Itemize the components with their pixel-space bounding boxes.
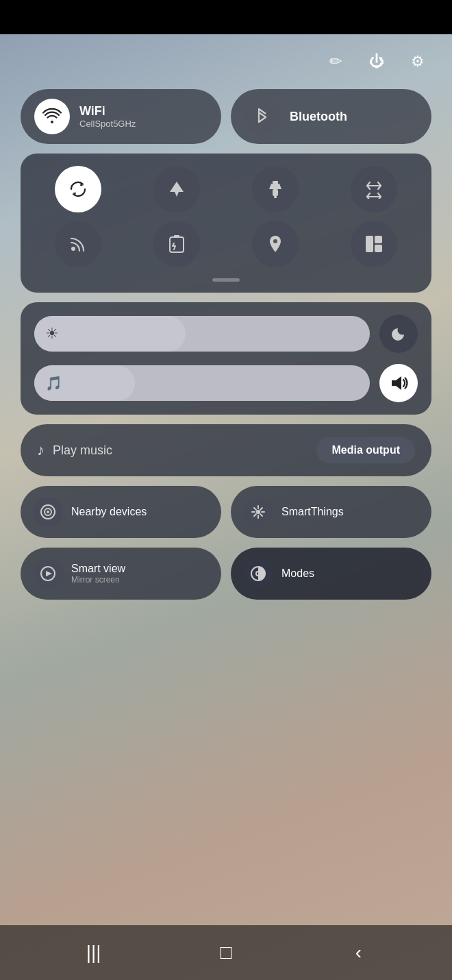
svg-line-22 — [260, 514, 262, 516]
smart-view-button[interactable]: Smart view Mirror screen — [21, 548, 221, 600]
svg-line-24 — [254, 514, 256, 516]
svg-marker-26 — [46, 571, 52, 576]
svg-rect-7 — [174, 235, 179, 238]
sliders-panel: ☀ 🎵 — [21, 302, 431, 415]
battery-saver-toggle[interactable] — [153, 221, 200, 267]
top-icons-row: ✏ ⏻ ⚙ — [322, 48, 431, 75]
svg-point-5 — [71, 247, 75, 251]
rss-toggle[interactable] — [55, 221, 101, 267]
nearby-devices-button[interactable]: Nearby devices — [21, 486, 221, 538]
sync-toggle[interactable] — [55, 166, 101, 212]
toggle-grid-row2 — [33, 221, 419, 267]
brightness-row: ☀ — [34, 315, 418, 353]
wifi-icon — [34, 99, 70, 134]
power-icon[interactable]: ⏻ — [363, 48, 390, 75]
svg-rect-6 — [170, 237, 184, 252]
smart-view-subtitle: Mirror screen — [71, 575, 125, 585]
connectivity-row: WiFi CellSpot5GHz Bluetooth — [21, 89, 431, 144]
svg-marker-12 — [392, 376, 401, 390]
multiwindow-toggle[interactable] — [351, 221, 397, 267]
scroll-indicator — [33, 275, 419, 286]
airplane-toggle[interactable] — [153, 166, 200, 212]
volume-slider[interactable]: 🎵 — [34, 365, 370, 401]
toggle-grid-panel — [21, 154, 431, 293]
play-music-label: Play music — [53, 443, 308, 458]
flashlight-toggle[interactable] — [252, 166, 299, 212]
home-button[interactable]: □ — [207, 933, 245, 972]
settings-icon[interactable]: ⚙ — [404, 48, 431, 75]
data-toggle[interactable] — [351, 166, 397, 212]
navigation-bar: ||| □ ‹ — [0, 925, 452, 980]
smartthings-button[interactable]: SmartThings — [231, 486, 431, 538]
modes-label: Modes — [281, 567, 314, 580]
media-row[interactable]: ♪ Play music Media output — [21, 424, 431, 476]
wifi-subtitle: CellSpot5GHz — [79, 119, 136, 129]
bluetooth-label: Bluetooth — [290, 110, 347, 124]
smart-view-label: Smart view — [71, 563, 125, 575]
night-mode-button[interactable] — [379, 315, 418, 353]
svg-line-23 — [260, 508, 262, 510]
quick-settings-panel: WiFi CellSpot5GHz Bluetooth — [21, 89, 431, 600]
play-music-icon: ♪ — [37, 441, 45, 459]
brightness-slider[interactable]: ☀ — [34, 316, 370, 352]
modes-icon — [243, 559, 273, 589]
back-button[interactable]: ‹ — [339, 933, 377, 972]
svg-rect-0 — [273, 181, 278, 184]
wifi-button[interactable]: WiFi CellSpot5GHz — [21, 89, 221, 144]
smartthings-icon — [243, 497, 273, 527]
status-bar — [0, 0, 452, 34]
nearby-devices-label: Nearby devices — [71, 506, 147, 518]
bluetooth-button[interactable]: Bluetooth — [231, 89, 431, 144]
sound-button[interactable] — [379, 364, 418, 402]
volume-row: 🎵 — [34, 364, 418, 402]
svg-rect-11 — [375, 245, 382, 252]
nearby-devices-icon — [33, 497, 63, 527]
svg-rect-10 — [375, 236, 382, 243]
quick-actions-row1: Nearby devices SmartThings — [21, 486, 431, 538]
svg-rect-2 — [274, 196, 277, 198]
modes-button[interactable]: Modes — [231, 548, 431, 600]
quick-actions-row2: Smart view Mirror screen Modes — [21, 548, 431, 600]
svg-point-15 — [47, 511, 49, 513]
location-toggle[interactable] — [252, 221, 299, 267]
toggle-grid-row1 — [33, 166, 419, 212]
scroll-dot — [212, 278, 240, 282]
svg-point-16 — [256, 510, 260, 514]
bluetooth-icon — [244, 99, 280, 134]
volume-icon: 🎵 — [45, 375, 62, 391]
wifi-label: WiFi — [79, 104, 136, 119]
brightness-icon: ☀ — [45, 325, 59, 343]
svg-point-8 — [273, 239, 277, 243]
svg-rect-9 — [366, 236, 373, 252]
recent-apps-button[interactable]: ||| — [75, 933, 113, 972]
edit-icon[interactable]: ✏ — [322, 48, 349, 75]
media-output-button[interactable]: Media output — [316, 437, 415, 463]
smartthings-label: SmartThings — [281, 506, 344, 518]
smart-view-icon — [33, 559, 63, 589]
svg-rect-1 — [273, 189, 278, 196]
svg-line-21 — [254, 508, 256, 510]
